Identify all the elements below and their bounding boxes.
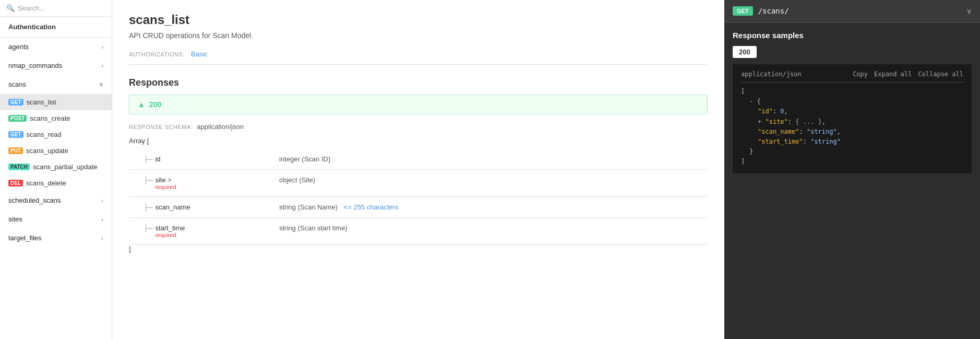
table-row: ├─ start_time required string (Scan star…	[129, 218, 708, 245]
sidebar-item-sites-label: sites	[8, 215, 22, 223]
code-block-header: application/json Copy Expand all Collaps…	[741, 71, 963, 83]
field-name-scan-name: scan_name	[155, 203, 190, 211]
code-line: }	[741, 147, 963, 157]
code-line: "start_time": "string"	[741, 137, 963, 147]
sidebar-sub-item-scans-create[interactable]: POST scans_create	[0, 110, 112, 126]
array-label: Array [	[129, 137, 708, 145]
sidebar-sub-item-scans-update-label: scans_update	[26, 147, 68, 155]
put-badge: PUT	[8, 147, 23, 154]
schema-row: RESPONSE SCHEMA: application/json	[129, 123, 708, 131]
table-row: ├─ scan_name string (Scan Name) <= 255 c…	[129, 197, 708, 218]
endpoint-header[interactable]: GET /scans/ ∨	[724, 0, 980, 22]
field-name-start-time: start_time	[155, 224, 185, 232]
chevron-down-icon: ∨	[99, 81, 103, 88]
sidebar-item-scans[interactable]: scans ∨	[0, 75, 112, 94]
chevron-right-icon: ›	[101, 216, 103, 223]
code-content-type: application/json	[741, 71, 802, 78]
sidebar-sub-item-scans-read[interactable]: GET scans_read	[0, 126, 112, 143]
sidebar-sub-item-scans-list[interactable]: GET scans_list	[0, 94, 112, 110]
endpoint-left: GET /scans/	[733, 6, 789, 16]
code-line: + "site": { ... },	[741, 117, 963, 127]
responses-title: Responses	[129, 77, 708, 88]
sidebar-item-authentication[interactable]: Authentication	[0, 17, 112, 38]
auth-row: AUTHORIZATIONS: Basic	[129, 50, 708, 65]
field-name-id: id	[155, 155, 160, 163]
sidebar-sub-item-scans-list-label: scans_list	[27, 98, 56, 106]
sidebar-sub-item-scans-read-label: scans_read	[27, 131, 62, 138]
sidebar-sub-item-scans-partial-update-label: scans_partial_update	[33, 163, 98, 171]
get-badge: GET	[8, 131, 23, 138]
sidebar-sub-item-scans-update[interactable]: PUT scans_update	[0, 143, 112, 159]
post-badge: POST	[8, 115, 27, 122]
sidebar-sub-item-scans-delete[interactable]: DEL scans_delete	[0, 175, 112, 191]
code-line: [	[741, 87, 963, 97]
sidebar-sub-item-scans-partial-update[interactable]: PATCH scans_partial_update	[0, 159, 112, 175]
copy-button[interactable]: Copy	[853, 71, 868, 78]
response-200-row[interactable]: ▲ 200	[129, 95, 708, 114]
array-close: ]	[129, 245, 708, 253]
response-samples-section: Response samples 200 application/json Co…	[724, 22, 980, 182]
auth-link[interactable]: Basic	[191, 50, 208, 58]
sidebar-item-agents[interactable]: agents ›	[0, 38, 112, 56]
sidebar-item-target-files-label: target_files	[8, 234, 42, 242]
field-constraint-scan-name: <= 255 characters	[344, 203, 399, 211]
code-actions: Copy Expand all Collapse all	[853, 71, 963, 78]
arrow-up-icon: ▲	[138, 100, 145, 109]
sidebar-sub-item-scans-delete-label: scans_delete	[26, 179, 66, 187]
search-icon: 🔍	[6, 4, 15, 12]
right-panel: GET /scans/ ∨ Response samples 200 appli…	[724, 0, 980, 339]
response-200-code: 200	[149, 100, 161, 109]
field-required-site: required	[155, 184, 176, 190]
schema-type: application/json	[197, 123, 244, 131]
field-indent: ├─	[144, 224, 153, 232]
table-row: ├─ site > required object (Site)	[129, 170, 708, 197]
field-name-site: site	[155, 176, 165, 184]
page-subtitle: API CRUD operations for Scan Model.	[129, 31, 708, 40]
sidebar: 🔍 Search... Authentication agents › nmap…	[0, 0, 112, 339]
collapse-all-button[interactable]: Collapse all	[918, 71, 963, 78]
endpoint-path: /scans/	[758, 7, 789, 15]
sidebar-item-agents-label: agents	[8, 43, 29, 51]
chevron-down-icon: ∨	[966, 7, 972, 15]
sidebar-item-target-files[interactable]: target_files ›	[0, 229, 112, 248]
delete-badge: DEL	[8, 180, 23, 186]
sidebar-item-scheduled-scans[interactable]: scheduled_scans ›	[0, 191, 112, 210]
field-desc-id: integer (Scan ID)	[279, 155, 330, 163]
get-badge: GET	[8, 99, 23, 106]
fields-table: ├─ id integer (Scan ID) ├─ site	[129, 149, 708, 245]
page-title: scans_list	[129, 13, 708, 27]
auth-label: AUTHORIZATIONS:	[129, 51, 185, 57]
search-bar[interactable]: 🔍 Search...	[0, 0, 112, 17]
code-line: - {	[741, 97, 963, 107]
search-placeholder: Search...	[18, 4, 45, 12]
table-row: ├─ id integer (Scan ID)	[129, 149, 708, 170]
chevron-right-icon: ›	[101, 235, 103, 241]
endpoint-method-badge: GET	[733, 6, 753, 16]
sidebar-item-nmap-label: nmap_commands	[8, 62, 62, 69]
chevron-right-icon: ›	[101, 44, 103, 50]
main-content: scans_list API CRUD operations for Scan …	[112, 0, 724, 339]
field-desc-start-time: string (Scan start time)	[279, 224, 348, 232]
field-desc-site: object (Site)	[279, 176, 315, 184]
chevron-right-icon: ›	[101, 197, 103, 204]
sidebar-item-sites[interactable]: sites ›	[0, 210, 112, 229]
field-indent: ├─	[144, 155, 153, 163]
expand-all-button[interactable]: Expand all	[874, 71, 912, 78]
schema-label: RESPONSE SCHEMA:	[129, 124, 193, 130]
code-line: "id": 0,	[741, 107, 963, 116]
sidebar-item-nmap-commands[interactable]: nmap_commands ›	[0, 56, 112, 75]
code-line: ]	[741, 157, 963, 167]
code-block: application/json Copy Expand all Collaps…	[733, 64, 972, 173]
chevron-right-icon: ›	[101, 63, 103, 69]
field-indent: ├─	[144, 176, 153, 184]
patch-badge: PATCH	[8, 163, 30, 170]
field-desc-scan-name: string (Scan Name)	[279, 203, 338, 211]
field-indent: ├─	[144, 203, 153, 211]
code-200-button[interactable]: 200	[733, 46, 757, 58]
sidebar-item-scans-label: scans	[8, 80, 26, 88]
response-samples-title: Response samples	[733, 31, 972, 40]
code-line: "scan_name": "string",	[741, 127, 963, 137]
sidebar-sub-item-scans-create-label: scans_create	[30, 114, 70, 122]
sidebar-item-scheduled-scans-label: scheduled_scans	[8, 196, 61, 204]
field-required-start-time: required	[155, 232, 185, 238]
